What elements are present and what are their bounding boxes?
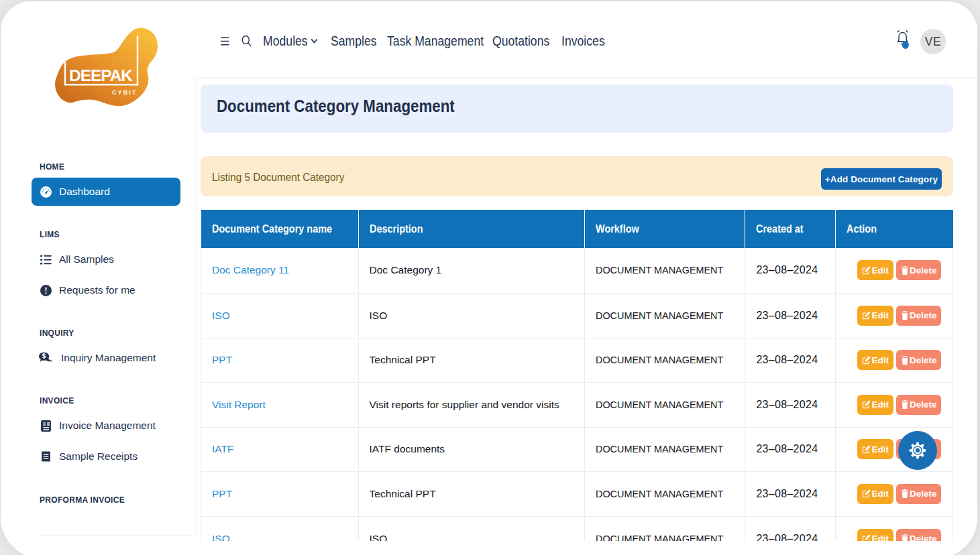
svg-text:CYBIT: CYBIT	[112, 89, 138, 96]
svg-text:DEEPAK: DEEPAK	[69, 66, 133, 84]
